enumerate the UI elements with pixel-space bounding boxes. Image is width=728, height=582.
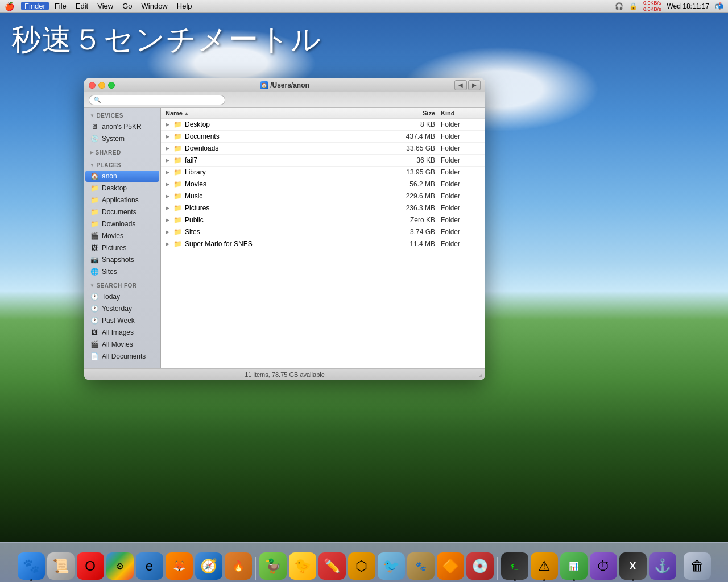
toast-icon: 💿	[471, 558, 489, 574]
sidebar-item-yesterday[interactable]: 🕐 Yesterday	[85, 303, 159, 314]
dock-item-toast[interactable]: 💿	[466, 552, 494, 580]
sidebar-item-all-movies[interactable]: 🎬 All Movies	[85, 339, 159, 350]
expand-icon[interactable]: ▶	[166, 134, 172, 139]
menu-view[interactable]: View	[94, 2, 117, 10]
menu-help[interactable]: Help	[173, 2, 196, 10]
sidebar-item-today[interactable]: 🕐 Today	[85, 291, 159, 302]
file-kind: Folder	[435, 204, 481, 212]
folder-icon: 📁	[172, 203, 183, 213]
minimize-button[interactable]	[98, 82, 105, 89]
sidebar: ▼ DEVICES 🖥 anon's P5KR 💿 System ▶ SHARE…	[84, 108, 161, 368]
forward-button[interactable]: ▶	[468, 80, 481, 90]
dock-item-macports[interactable]: ⚓	[649, 552, 676, 580]
sidebar-item-documents[interactable]: 📁 Documents	[85, 206, 159, 218]
expand-icon[interactable]: ▶	[166, 146, 172, 151]
maximize-button[interactable]	[108, 82, 115, 89]
expand-icon[interactable]: ▶	[166, 157, 172, 163]
file-name: Music	[185, 192, 378, 200]
resize-handle[interactable]: ◢	[478, 373, 484, 379]
close-button[interactable]	[89, 82, 96, 89]
file-kind: Folder	[435, 144, 481, 152]
nav-arrows: ◀ ▶	[454, 80, 481, 90]
sidebar-item-desktop[interactable]: 📁 Desktop	[85, 182, 159, 194]
table-row[interactable]: ▶ 📁 Downloads 33.65 GB Folder	[161, 143, 485, 155]
file-kind: Folder	[435, 240, 481, 248]
search-input[interactable]: 🔍	[89, 95, 225, 105]
search-for-header: ▼ SEARCH FOR	[84, 278, 160, 290]
table-row[interactable]: ▶ 📁 Sites 3.74 GB Folder	[161, 226, 485, 238]
table-row[interactable]: ▶ 📁 Super Mario for SNES 11.4 MB Folder	[161, 238, 485, 250]
dock-item-script[interactable]: 📜	[47, 552, 75, 580]
dock-item-ie[interactable]: e	[136, 552, 163, 580]
dock-item-growl[interactable]: ⚠	[531, 552, 558, 580]
expand-icon[interactable]: ▶	[166, 122, 172, 127]
dock-item-firefox[interactable]: 🦊	[166, 552, 193, 580]
sidebar-item-snapshots[interactable]: 📷 Snapshots	[85, 254, 159, 265]
menu-finder[interactable]: Finder	[21, 2, 49, 10]
sidebar-item-system[interactable]: 💿 System	[85, 133, 159, 144]
apple-menu[interactable]: 🍎	[5, 2, 14, 11]
expand-icon[interactable]: ▶	[166, 169, 172, 175]
dock-item-timetracker[interactable]: ⏱	[590, 552, 617, 580]
table-row[interactable]: ▶ 📁 Pictures 236.3 MB Folder	[161, 202, 485, 214]
sidebar-item-movies[interactable]: 🎬 Movies	[85, 230, 159, 242]
table-row[interactable]: ▶ 📁 Public Zero KB Folder	[161, 214, 485, 226]
col-header-kind[interactable]: Kind	[435, 110, 481, 117]
file-size: 236.3 MB	[378, 204, 435, 212]
expand-icon[interactable]: ▶	[166, 181, 172, 187]
activity-icon: 📊	[569, 562, 578, 571]
table-row[interactable]: ▶ 📁 fail7 36 KB Folder	[161, 155, 485, 167]
dock-item-vectorize[interactable]: ⬡	[348, 552, 375, 580]
desktop-icon: 📁	[90, 184, 99, 193]
dock-item-vlc[interactable]: 🔶	[437, 552, 464, 580]
dock-item-cyberduck[interactable]: 🐤	[289, 552, 316, 580]
menubar: 🍎 Finder File Edit View Go Window Help 🎧…	[0, 0, 728, 13]
sidebar-item-anon[interactable]: 🏠 anon	[85, 171, 159, 182]
table-row[interactable]: ▶ 📁 Music 229.6 MB Folder	[161, 190, 485, 202]
dock-item-twitterrific[interactable]: 🐦	[378, 552, 405, 580]
table-row[interactable]: ▶ 📁 Documents 437.4 MB Folder	[161, 131, 485, 143]
back-button[interactable]: ◀	[454, 80, 467, 90]
dock-item-camino[interactable]: 🔥	[225, 552, 252, 580]
file-kind: Folder	[435, 180, 481, 188]
col-header-size[interactable]: Size	[378, 110, 435, 117]
menu-window[interactable]: Window	[138, 2, 171, 10]
dock-item-opera[interactable]: O	[77, 552, 104, 580]
file-size: 36 KB	[378, 156, 435, 164]
dock-item-adium[interactable]: 🦆	[259, 552, 287, 580]
dock-separator-2	[497, 557, 498, 580]
expand-icon[interactable]: ▶	[166, 205, 172, 211]
dock-item-terminal[interactable]: $_	[501, 552, 528, 580]
expand-icon[interactable]: ▶	[166, 229, 172, 235]
file-kind: Folder	[435, 132, 481, 140]
sidebar-item-anons-p5kr[interactable]: 🖥 anon's P5KR	[85, 121, 159, 132]
table-row[interactable]: ▶ 📁 Movies 56.2 MB Folder	[161, 178, 485, 190]
menu-edit[interactable]: Edit	[72, 2, 92, 10]
dock-item-trash[interactable]: 🗑	[684, 552, 711, 580]
dock-item-x11[interactable]: X	[619, 552, 647, 580]
table-row[interactable]: ▶ 📁 Desktop 8 KB Folder	[161, 119, 485, 131]
sidebar-item-downloads[interactable]: 📁 Downloads	[85, 218, 159, 230]
computer-icon: 🖥	[90, 122, 99, 131]
cyberduck-icon: 🐤	[294, 558, 311, 574]
dock-item-gimp[interactable]: 🐾	[407, 552, 435, 580]
menu-file[interactable]: File	[51, 2, 70, 10]
sidebar-item-sites[interactable]: 🌐 Sites	[85, 266, 159, 277]
dock-item-safari[interactable]: 🧭	[195, 552, 222, 580]
expand-icon[interactable]: ▶	[166, 217, 172, 223]
dock-item-pencil[interactable]: ✏️	[318, 552, 346, 580]
sidebar-item-applications[interactable]: 📁 Applications	[85, 194, 159, 206]
expand-icon[interactable]: ▶	[166, 193, 172, 199]
sidebar-item-pictures[interactable]: 🖼 Pictures	[85, 242, 159, 253]
sidebar-item-all-documents[interactable]: 📄 All Documents	[85, 351, 159, 362]
dock-item-chrome[interactable]: ⚙	[106, 552, 134, 580]
sidebar-item-past-week[interactable]: 🕐 Past Week	[85, 315, 159, 326]
sidebar-item-all-images[interactable]: 🖼 All Images	[85, 327, 159, 338]
table-row[interactable]: ▶ 📁 Library 13.95 GB Folder	[161, 167, 485, 178]
expand-icon[interactable]: ▶	[166, 241, 172, 247]
col-header-name[interactable]: Name ▲	[166, 110, 378, 117]
menu-go[interactable]: Go	[119, 2, 135, 10]
dock-item-finder[interactable]: 🐾	[18, 552, 45, 580]
clock: Wed 18:11:17	[667, 2, 709, 10]
dock-item-activity[interactable]: 📊	[560, 552, 588, 580]
